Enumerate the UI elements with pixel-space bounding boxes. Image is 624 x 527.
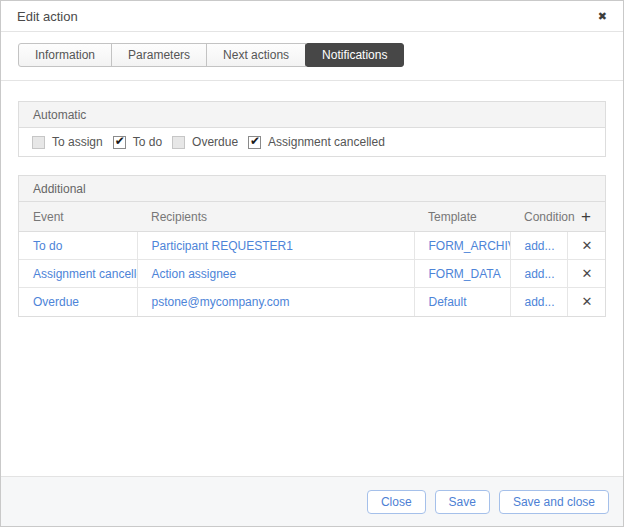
automatic-checkbox-row: ✔ To assign ✔ To do ✔ Overdue ✔ Assignme… xyxy=(19,128,605,156)
add-icon[interactable]: + xyxy=(581,207,591,226)
delete-row-cell[interactable]: ✕ xyxy=(567,232,605,260)
table-row: Overdue pstone@mycompany.com Default add… xyxy=(19,288,605,316)
to-assign-label: To assign xyxy=(52,135,103,149)
template-cell[interactable]: FORM_DATA xyxy=(414,260,510,288)
save-button[interactable]: Save xyxy=(435,490,490,514)
column-header-event: Event xyxy=(19,202,137,232)
condition-cell[interactable]: add... xyxy=(510,288,567,316)
checkbox-item-assignment-cancelled[interactable]: ✔ Assignment cancelled xyxy=(248,135,385,149)
recipients-cell[interactable]: pstone@mycompany.com xyxy=(137,288,414,316)
to-assign-checkbox[interactable]: ✔ xyxy=(32,136,45,149)
delete-icon[interactable]: ✕ xyxy=(582,238,593,253)
column-header-recipients: Recipients xyxy=(137,202,414,232)
dialog-footer: Close Save Save and close xyxy=(1,476,623,526)
table-row: Assignment cancelled Action assignee FOR… xyxy=(19,260,605,288)
additional-panel: Additional Event Recipients Template Con… xyxy=(18,175,606,317)
dialog-title: Edit action xyxy=(17,9,78,24)
to-do-label: To do xyxy=(133,135,162,149)
delete-row-cell[interactable]: ✕ xyxy=(567,288,605,316)
condition-cell[interactable]: add... xyxy=(510,260,567,288)
recipients-cell[interactable]: Participant REQUESTER1 xyxy=(137,232,414,260)
automatic-panel-header: Automatic xyxy=(19,102,605,128)
tab-next-actions[interactable]: Next actions xyxy=(206,43,306,67)
to-do-checkbox[interactable]: ✔ xyxy=(113,136,126,149)
column-header-template: Template xyxy=(414,202,510,232)
template-cell[interactable]: FORM_ARCHIVE xyxy=(414,232,510,260)
delete-icon[interactable]: ✕ xyxy=(582,266,593,281)
automatic-panel: Automatic ✔ To assign ✔ To do ✔ Overdue … xyxy=(18,101,606,157)
tab-parameters[interactable]: Parameters xyxy=(111,43,207,67)
checkbox-item-overdue[interactable]: ✔ Overdue xyxy=(172,135,238,149)
tab-notifications[interactable]: Notifications xyxy=(305,43,404,67)
dialog-content: Automatic ✔ To assign ✔ To do ✔ Overdue … xyxy=(1,81,623,476)
condition-cell[interactable]: add... xyxy=(510,232,567,260)
overdue-checkbox[interactable]: ✔ xyxy=(172,136,185,149)
checkbox-item-to-assign[interactable]: ✔ To assign xyxy=(32,135,103,149)
event-cell[interactable]: To do xyxy=(19,232,137,260)
template-cell[interactable]: Default xyxy=(414,288,510,316)
tab-bar: Information Parameters Next actions Noti… xyxy=(1,32,623,81)
checkbox-item-to-do[interactable]: ✔ To do xyxy=(113,135,162,149)
overdue-label: Overdue xyxy=(192,135,238,149)
edit-action-dialog: Edit action ✖ Information Parameters Nex… xyxy=(0,0,624,527)
column-header-condition: Condition xyxy=(510,202,567,232)
assignment-cancelled-label: Assignment cancelled xyxy=(268,135,385,149)
delete-row-cell[interactable]: ✕ xyxy=(567,260,605,288)
check-icon: ✔ xyxy=(115,135,125,147)
event-cell[interactable]: Overdue xyxy=(19,288,137,316)
check-icon: ✔ xyxy=(250,135,260,147)
delete-icon[interactable]: ✕ xyxy=(582,294,593,309)
dialog-header: Edit action ✖ xyxy=(1,1,623,32)
notifications-table: Event Recipients Template Condition + To… xyxy=(19,202,605,316)
additional-panel-header: Additional xyxy=(19,176,605,202)
recipients-cell[interactable]: Action assignee xyxy=(137,260,414,288)
table-header-row: Event Recipients Template Condition + xyxy=(19,202,605,232)
close-button[interactable]: Close xyxy=(367,490,426,514)
table-row: To do Participant REQUESTER1 FORM_ARCHIV… xyxy=(19,232,605,260)
close-icon[interactable]: ✖ xyxy=(598,11,607,22)
assignment-cancelled-checkbox[interactable]: ✔ xyxy=(248,136,261,149)
tab-information[interactable]: Information xyxy=(18,43,112,67)
save-and-close-button[interactable]: Save and close xyxy=(499,490,609,514)
event-cell[interactable]: Assignment cancelled xyxy=(19,260,137,288)
